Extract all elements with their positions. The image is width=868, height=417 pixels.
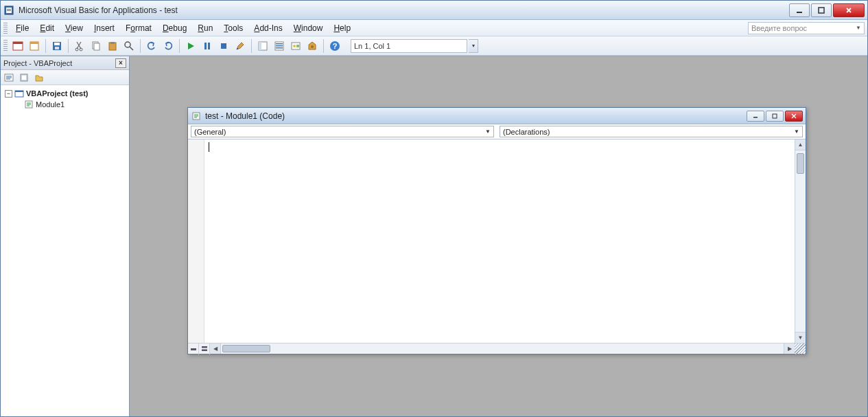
module-icon bbox=[24, 100, 34, 109]
code-body: ▲ ▼ bbox=[188, 139, 806, 343]
menu-addins[interactable]: Add-Ins bbox=[248, 21, 288, 35]
svg-rect-11 bbox=[54, 43, 60, 45]
menu-tools-label: ools bbox=[228, 23, 243, 33]
help-button[interactable]: ? bbox=[327, 38, 342, 54]
tree-module-row[interactable]: Module1 bbox=[2, 99, 128, 110]
paste-button[interactable] bbox=[105, 38, 120, 54]
separator bbox=[323, 39, 324, 53]
view-excel-button[interactable] bbox=[10, 38, 25, 54]
position-readout: Ln 1, Col 1 bbox=[351, 39, 467, 53]
project-panel-toolbar bbox=[1, 70, 129, 85]
svg-rect-44 bbox=[191, 348, 196, 350]
toolbox-button[interactable] bbox=[305, 38, 320, 54]
separator bbox=[251, 39, 252, 53]
break-button[interactable] bbox=[200, 38, 215, 54]
svg-rect-43 bbox=[773, 114, 777, 118]
scroll-left-icon[interactable]: ◀ bbox=[210, 343, 221, 354]
svg-rect-45 bbox=[202, 346, 207, 348]
menu-run[interactable]: Run bbox=[192, 21, 218, 35]
procedure-dropdown-value: (Declarations) bbox=[503, 128, 550, 136]
menu-format[interactable]: Format bbox=[120, 21, 157, 35]
menu-view[interactable]: View bbox=[60, 21, 89, 35]
properties-button[interactable] bbox=[272, 38, 287, 54]
scroll-thumb[interactable] bbox=[797, 153, 804, 174]
menu-window-label: indow bbox=[301, 23, 322, 33]
code-maximize-button[interactable] bbox=[766, 111, 784, 122]
view-code-button[interactable] bbox=[2, 71, 16, 84]
code-window-titlebar[interactable]: test - Module1 (Code) bbox=[188, 108, 806, 124]
ask-a-question-box[interactable]: Введите вопрос ▼ bbox=[748, 22, 865, 34]
maximize-button[interactable] bbox=[811, 3, 832, 17]
reset-button[interactable] bbox=[216, 38, 231, 54]
svg-point-19 bbox=[125, 42, 130, 47]
run-button[interactable] bbox=[183, 38, 198, 54]
scroll-up-icon[interactable]: ▲ bbox=[795, 139, 806, 150]
procedure-dropdown[interactable]: (Declarations) ▼ bbox=[500, 126, 803, 137]
dropdown-arrow-icon: ▼ bbox=[485, 128, 491, 135]
hscroll-thumb[interactable] bbox=[222, 345, 270, 352]
vertical-scrollbar[interactable]: ▲ ▼ bbox=[795, 139, 806, 343]
menu-file[interactable]: File bbox=[10, 21, 34, 35]
close-button[interactable] bbox=[833, 3, 865, 17]
procedure-view-button[interactable] bbox=[188, 343, 199, 354]
app-window: Microsoft Visual Basic for Applications … bbox=[0, 0, 868, 417]
find-button[interactable] bbox=[121, 38, 137, 54]
ask-placeholder: Введите вопрос bbox=[751, 24, 807, 32]
code-window-title: test - Module1 (Code) bbox=[205, 111, 747, 121]
horizontal-scrollbar[interactable]: ◀ ▶ bbox=[210, 343, 795, 354]
scroll-down-icon[interactable]: ▼ bbox=[795, 332, 806, 343]
code-window-buttons bbox=[747, 111, 803, 122]
menu-help[interactable]: Help bbox=[328, 21, 356, 35]
menu-view-label: iew bbox=[71, 23, 83, 33]
svg-text:?: ? bbox=[333, 42, 338, 50]
code-window: test - Module1 (Code) (General) ▼ (Decla… bbox=[187, 107, 806, 354]
insert-userform-button[interactable] bbox=[27, 38, 42, 54]
code-close-button[interactable] bbox=[785, 111, 803, 122]
panel-close-button[interactable]: × bbox=[115, 58, 126, 68]
project-tree[interactable]: − VBAProject (test) Module1 bbox=[1, 85, 129, 416]
project-explorer-button[interactable] bbox=[255, 38, 270, 54]
project-icon bbox=[14, 89, 24, 98]
position-dropdown-icon[interactable]: ▾ bbox=[469, 39, 478, 53]
menu-tools[interactable]: Tools bbox=[218, 21, 248, 35]
svg-rect-9 bbox=[30, 42, 38, 44]
object-dropdown[interactable]: (General) ▼ bbox=[191, 126, 494, 137]
text-cursor-icon bbox=[209, 142, 209, 152]
menu-edit[interactable]: Edit bbox=[34, 21, 60, 35]
copy-button[interactable] bbox=[89, 38, 104, 54]
project-panel-title-text: Project - VBAProject bbox=[3, 59, 72, 67]
app-title: Microsoft Visual Basic for Applications … bbox=[19, 5, 789, 15]
svg-rect-4 bbox=[797, 12, 802, 13]
scroll-right-icon[interactable]: ▶ bbox=[784, 343, 795, 354]
svg-rect-46 bbox=[202, 350, 207, 352]
svg-rect-20 bbox=[204, 43, 207, 49]
svg-point-30 bbox=[293, 45, 296, 47]
view-object-button[interactable] bbox=[17, 71, 31, 84]
tree-module-label: Module1 bbox=[36, 100, 64, 109]
menubar: File Edit View Insert Format Debug Run T… bbox=[1, 20, 867, 36]
collapse-icon[interactable]: − bbox=[5, 90, 12, 98]
menu-window[interactable]: Window bbox=[288, 21, 329, 35]
save-button[interactable] bbox=[49, 38, 64, 54]
toggle-folders-button[interactable] bbox=[32, 71, 46, 84]
object-browser-button[interactable] bbox=[288, 38, 303, 54]
svg-rect-27 bbox=[276, 45, 283, 47]
project-panel-title: Project - VBAProject × bbox=[1, 56, 129, 70]
undo-button[interactable] bbox=[144, 38, 159, 54]
titlebar: Microsoft Visual Basic for Applications … bbox=[1, 1, 867, 20]
svg-rect-5 bbox=[819, 8, 824, 13]
menu-debug[interactable]: Debug bbox=[157, 21, 192, 35]
code-dropdowns: (General) ▼ (Declarations) ▼ bbox=[188, 124, 806, 139]
design-mode-button[interactable] bbox=[233, 38, 248, 54]
cut-button[interactable] bbox=[72, 38, 87, 54]
resize-grip-icon[interactable] bbox=[795, 343, 806, 354]
menu-insert[interactable]: Insert bbox=[89, 21, 120, 35]
menu-insert-label: nsert bbox=[96, 23, 115, 33]
tree-root-row[interactable]: − VBAProject (test) bbox=[2, 88, 128, 99]
separator bbox=[140, 39, 141, 53]
redo-button[interactable] bbox=[161, 38, 176, 54]
code-minimize-button[interactable] bbox=[747, 111, 764, 122]
minimize-button[interactable] bbox=[789, 3, 810, 17]
code-editor[interactable] bbox=[204, 139, 795, 343]
full-module-view-button[interactable] bbox=[199, 343, 210, 354]
